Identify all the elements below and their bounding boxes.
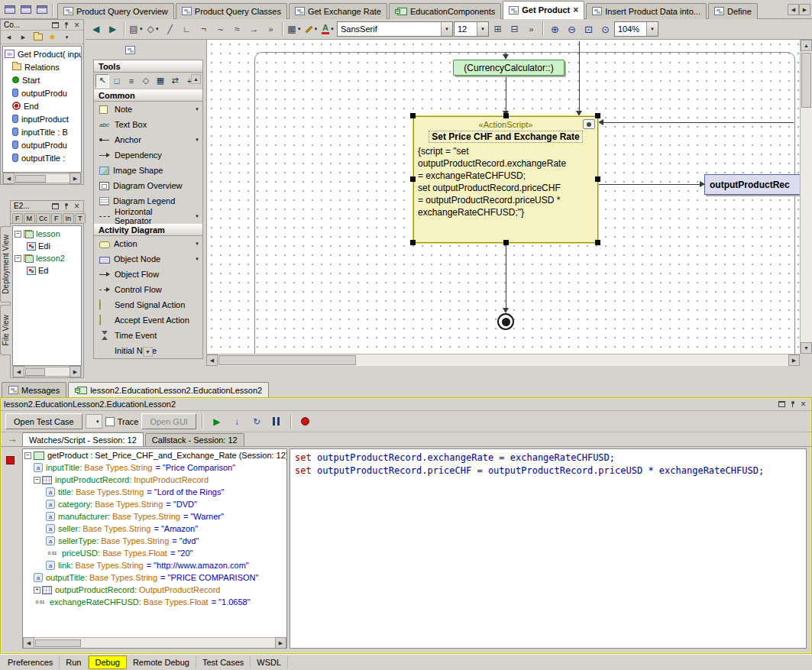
output-product-record-node[interactable]: outputProductRec [704,174,800,195]
tree-item-relations[interactable]: Relations [3,60,81,73]
object-flow-edge[interactable] [599,184,705,185]
tree-row[interactable]: title:Base Types.String= "Lord of the Ri… [23,486,286,498]
tab-insert-product-data[interactable]: Insert Product Data into... [586,3,707,19]
terminate-icon[interactable] [297,414,314,429]
scrollbar-thumb[interactable] [801,53,811,108]
tree-row[interactable]: inputProductRecord:InputProductRecord [23,474,286,486]
float-icon[interactable] [50,202,60,211]
scrollbar-thumb[interactable] [15,175,46,183]
explorer-tab[interactable]: M [24,213,36,223]
insert-before-icon[interactable] [490,21,506,37]
panel-menu-icon[interactable] [60,31,73,43]
tree-item-outputtitle[interactable]: outputTitle : [3,151,81,164]
status-tab-test-cases[interactable]: Test Cases [196,656,251,668]
toolbox-header-tools[interactable]: Tools [94,60,202,73]
vertical-scrollbar[interactable] [800,40,812,354]
tab-scroll-right-icon[interactable] [799,4,810,15]
pencil-style-icon[interactable] [303,21,319,37]
collapse-icon[interactable] [15,255,21,262]
scroll-left-icon[interactable] [13,366,24,377]
open-gui-button[interactable]: Open GUI [141,413,196,429]
scroll-right-icon[interactable] [70,366,81,377]
resize-handle[interactable] [595,240,600,245]
zoom-1-1-icon[interactable] [597,21,613,37]
grid-tool-icon[interactable] [154,74,167,88]
scroll-down-icon[interactable] [801,342,812,354]
collapse-icon[interactable] [24,452,31,459]
status-tab-run[interactable]: Run [60,656,88,668]
collapse-icon[interactable] [34,477,40,484]
resize-handle[interactable] [410,240,416,245]
tree-root-row[interactable]: getProduct : Set_Price_CHF_and_Exchange_… [23,449,286,461]
scrollbar-thumb[interactable] [218,355,356,365]
tool-image-shape[interactable]: Image Shape [94,163,202,178]
dropdown-icon[interactable] [441,22,452,36]
tool-control-flow[interactable]: Control Flow [94,282,202,297]
back-icon[interactable] [2,31,15,43]
resize-handle[interactable] [503,240,509,245]
currency-calculator-node[interactable]: (CurrencyCalculator::) [453,60,565,76]
dropdown-icon[interactable] [330,27,335,31]
toolbox-header-common[interactable]: Common [94,89,202,102]
close-icon[interactable] [72,202,82,211]
horizontal-scrollbar[interactable] [206,354,800,366]
dropdown-icon[interactable] [195,241,199,246]
dropdown-icon[interactable] [297,27,302,31]
control-flow-edge[interactable] [506,244,506,309]
activity-final-node[interactable] [497,313,514,330]
tree-item-start[interactable]: Start [3,73,81,86]
tree-item-inputproduct[interactable]: inputProduct [3,112,81,125]
swimlane-tool-icon[interactable] [128,21,144,37]
tool-horizontal-separator[interactable]: Horizontal Separator [94,209,202,224]
tool-diagram-overview[interactable]: Diagram Overview [94,178,202,193]
dropdown-icon[interactable] [195,214,199,218]
step-over-icon[interactable] [248,414,265,429]
resize-handle[interactable] [595,113,600,118]
control-flow-edge[interactable] [579,41,580,111]
layout-tool-icon[interactable] [125,74,138,88]
curved-line-icon[interactable] [212,21,228,37]
scroll-left-icon[interactable] [23,637,34,649]
scroll-left-icon[interactable] [206,354,218,366]
tree-row[interactable]: exchangeRateCHFUSD:Base Types.Float= "1.… [23,596,286,608]
tool-diagram-legend[interactable]: Diagram Legend [94,193,202,209]
checkbox-icon[interactable] [105,417,115,426]
tool-note[interactable]: Note [94,102,202,117]
close-icon[interactable] [573,5,578,15]
pin-icon[interactable] [788,400,797,409]
zoom-combobox[interactable]: 104% [614,21,658,37]
tool-dependency[interactable]: Dependency [94,147,202,163]
font-size-combobox[interactable]: 12 [454,21,489,37]
test-case-combobox[interactable] [86,414,102,429]
dropdown-icon[interactable] [314,27,319,31]
tab-product-query-overview[interactable]: Product Query Overview [57,3,174,19]
toolbox-header-activity[interactable]: Activity Diagram [94,224,202,236]
tool-time-event[interactable]: Time Event [94,328,202,343]
select-tool-icon[interactable] [95,74,109,88]
swap-tool-icon[interactable] [168,74,182,88]
action-title[interactable]: Set Price CHF and Exchange Rate [429,131,582,143]
tab-educationcomponents[interactable]: EducationComponents [389,3,501,19]
horizontal-scrollbar[interactable] [2,173,82,183]
status-tab-remote-debug[interactable]: Remote Debug [127,656,196,668]
tab-get-product[interactable]: Get Product [503,1,584,19]
scroll-right-icon[interactable] [70,173,81,184]
folder-button[interactable] [31,31,44,43]
favorites-icon[interactable] [46,31,59,43]
tab-callstack[interactable]: Callstack - Session: 12 [145,433,244,446]
tool-action[interactable]: Action [94,236,202,251]
windows-icon[interactable] [2,2,18,18]
open-test-case-button[interactable]: Open Test Case [5,413,82,429]
tree-item-lesson[interactable]: lesson [13,228,81,240]
tree-item-get-product[interactable]: Get Product( inpu [3,47,81,60]
close-icon[interactable] [72,21,82,30]
tool-text-box[interactable]: Text Box [94,117,202,132]
tree-row[interactable]: outputTitle:Base Types.String= "PRICE CO… [23,571,286,584]
tree-row[interactable]: category:Base Types.String= "DVD" [23,498,286,510]
resize-handle[interactable] [410,113,416,118]
tree-row[interactable]: seller:Base Types.String= "Amazon" [23,523,286,535]
action-script-node[interactable]: «ActionScript» Set Price CHF and Exchang… [413,116,598,243]
tab-get-exchange-rate[interactable]: Get Exchange Rate [289,3,387,19]
explorer-tab[interactable]: F [12,213,23,223]
scrollbar-thumb[interactable] [25,368,45,376]
